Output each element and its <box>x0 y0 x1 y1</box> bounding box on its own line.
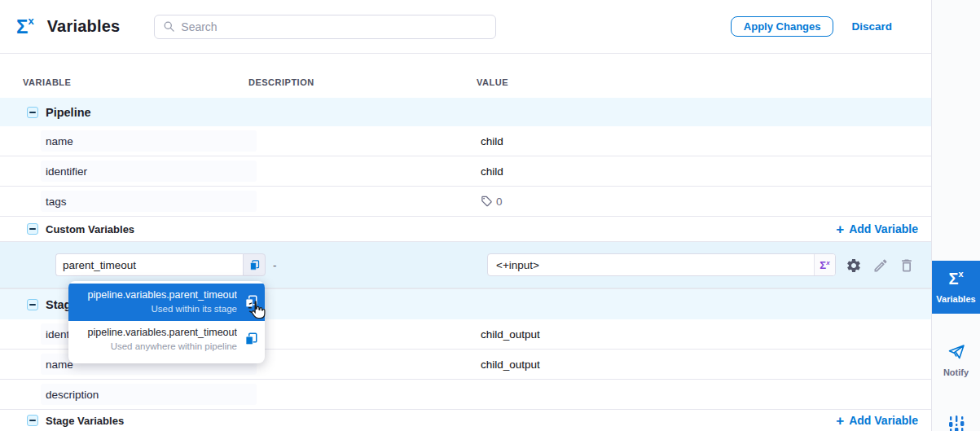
plus-icon: + <box>836 414 844 428</box>
header: Σx Variables Apply Changes Discard <box>0 0 931 54</box>
group-label: Stage Variables <box>46 415 124 427</box>
table-row: tags 0 <box>0 187 931 217</box>
section-label: Pipeline <box>46 106 91 119</box>
column-header-variable: VARIABLE <box>23 77 248 87</box>
tags-count: 0 <box>496 196 503 208</box>
tag-icon <box>481 196 493 208</box>
search-box[interactable] <box>154 15 496 39</box>
variable-name-cell: tags <box>41 191 257 212</box>
copy-icon <box>244 332 258 346</box>
table-row: name child <box>0 126 931 156</box>
variable-value: child <box>481 135 503 147</box>
group-label: Custom Variables <box>46 223 134 235</box>
variable-path: pipeline.variables.parent_timeout <box>73 289 237 301</box>
collapse-icon[interactable] <box>27 107 38 118</box>
flow-control-sliders-icon[interactable] <box>947 416 966 431</box>
collapse-icon[interactable] <box>27 415 38 426</box>
sidebar-item-variables[interactable]: Σx Variables <box>932 261 980 314</box>
expression-type-icon[interactable]: Σx <box>814 254 835 275</box>
variable-name-input[interactable] <box>55 253 243 276</box>
collapse-icon[interactable] <box>27 299 38 310</box>
variable-scope: Used anywhere within pipeline <box>73 341 237 351</box>
paper-plane-icon <box>947 342 966 362</box>
column-header-description: DESCRIPTION <box>248 77 477 87</box>
variable-name-cell: identifier <box>41 161 257 182</box>
edit-pencil-icon[interactable] <box>872 257 889 274</box>
variable-name-cell: description <box>41 384 257 405</box>
variable-name-cell: name <box>41 130 257 152</box>
copy-icon <box>244 294 258 309</box>
dropdown-item-pipeline-scope[interactable]: pipeline.variables.parent_timeout Used a… <box>68 321 265 358</box>
column-header-value: VALUE <box>477 77 508 87</box>
sidebar-item-notify[interactable]: Notify <box>932 342 980 377</box>
pipeline-section-header[interactable]: Pipeline <box>0 98 931 126</box>
variable-description: - <box>273 259 277 271</box>
variable-reference-dropdown: pipeline.variables.parent_timeout Used w… <box>68 281 265 363</box>
add-variable-button[interactable]: + Add Variable <box>836 222 918 236</box>
apply-changes-button[interactable]: Apply Changes <box>731 16 834 37</box>
collapse-icon[interactable] <box>27 223 38 235</box>
dropdown-item-stage-scope[interactable]: pipeline.variables.parent_timeout Used w… <box>68 284 265 321</box>
discard-button[interactable]: Discard <box>851 20 892 33</box>
right-sidebar: Σx Variables Notify <box>931 0 980 431</box>
settings-gear-icon[interactable] <box>846 257 862 274</box>
sidebar-item-label: Variables <box>936 294 975 304</box>
copy-variable-button[interactable] <box>243 253 266 276</box>
variable-path: pipeline.variables.parent_timeout <box>73 327 237 338</box>
table-row: identifier child <box>0 156 931 187</box>
page-title: Variables <box>47 17 121 36</box>
delete-trash-icon[interactable] <box>899 257 915 274</box>
search-input[interactable] <box>181 20 487 33</box>
copy-icon <box>248 259 261 271</box>
stage-variables-header: Stage Variables + Add Variable <box>0 410 931 431</box>
variable-scope: Used within its stage <box>73 304 237 314</box>
variables-sigma-icon: Σx <box>948 270 963 287</box>
custom-variables-header: Custom Variables + Add Variable <box>0 217 931 242</box>
variables-panel: Σx Variables Apply Changes Discard VARIA… <box>0 0 931 431</box>
add-variable-button[interactable]: + Add Variable <box>836 414 918 428</box>
sidebar-item-label: Notify <box>943 367 969 377</box>
variable-value-input[interactable] <box>487 253 836 276</box>
variable-value: 0 <box>481 196 503 208</box>
variable-value: child <box>481 165 503 178</box>
variable-value: child_output <box>481 358 540 371</box>
search-icon <box>163 20 175 33</box>
plus-icon: + <box>836 222 844 236</box>
variable-value: child_output <box>481 328 540 341</box>
table-column-headers: VARIABLE DESCRIPTION VALUE <box>0 54 931 98</box>
variables-sigma-logo-icon: Σx <box>16 17 34 37</box>
table-row: description <box>0 380 931 410</box>
